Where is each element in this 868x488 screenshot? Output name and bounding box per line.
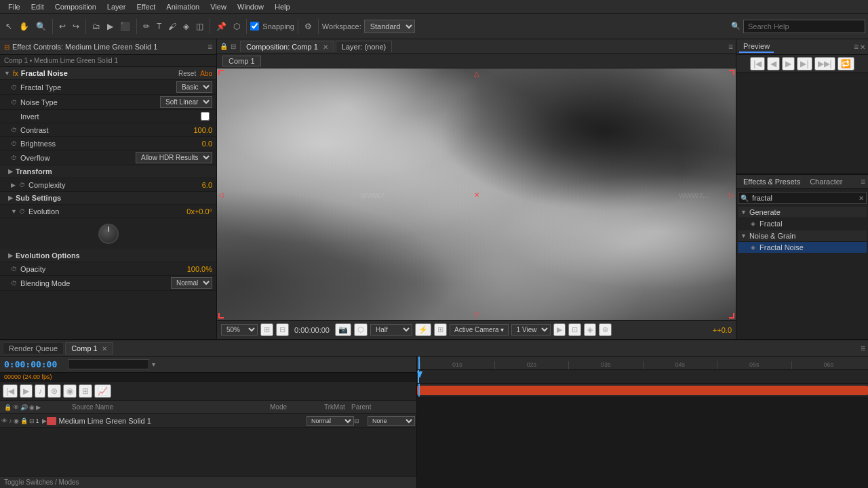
tl-prev-frame[interactable]: |◀ [3,384,18,398]
snapshot-btn[interactable]: 📷 [335,323,351,336]
noise-grain-category-header[interactable]: ▼ Noise & Grain [738,230,867,242]
comp1-timeline-tab[interactable]: Comp 1 ✕ [65,342,113,354]
character-tab[interactable]: Character [806,176,846,187]
undo-btn[interactable]: ↩ [56,20,68,33]
sub-settings-section[interactable]: ▶ Sub Settings [0,192,216,205]
menu-window[interactable]: Window [232,1,269,12]
grid-btn[interactable]: ⊞ [434,323,447,336]
play-btn[interactable]: ▶ [782,57,795,70]
panel-menu-icon[interactable]: ≡ [208,42,212,52]
tl-playhead[interactable] [418,357,420,369]
blending-mode-select[interactable]: Normal [171,277,212,289]
brightness-value[interactable]: 0.0 [202,140,212,148]
snapping-toggle[interactable]: Snapping [250,22,294,30]
panel-menu-comp[interactable]: ≡ [728,42,733,52]
last-frame-btn[interactable]: ▶▶| [814,57,835,70]
loop-btn[interactable]: 🔁 [837,57,854,70]
timeline-panel-menu[interactable]: ≡ [861,344,865,353]
comp1-tab[interactable]: Comp 1 [222,56,261,66]
prop-btn[interactable]: ⚙ [302,20,315,33]
toggle-switches-btn[interactable]: Toggle Switches / Modes [0,476,416,488]
tl-search-input[interactable] [68,359,149,369]
render-video-btn[interactable]: ▶ [553,323,566,336]
noise-type-select[interactable]: Soft Linear [160,96,212,108]
3d-btn[interactable]: ◈ [584,323,596,336]
layer-parent-select[interactable]: None [368,416,415,426]
menu-file[interactable]: File [3,1,26,12]
evolution-knob[interactable] [98,224,119,244]
pin-tool[interactable]: 📌 [214,20,229,33]
evolution-value[interactable]: 0x+0.0° [186,207,212,216]
composition-tab[interactable]: Composition: Comp 1 ✕ [240,41,334,52]
evolution-expand[interactable]: ▼ [11,208,16,215]
tl-play[interactable]: ▶ [20,384,33,398]
clone-tool[interactable]: ◈ [180,20,192,33]
layer-visibility-icon[interactable]: 👁 [1,418,7,424]
snapping-checkbox[interactable] [250,22,259,30]
stopwatch-contrast[interactable]: ⏱ [11,127,18,134]
layer-tab[interactable]: Layer: (none) [336,41,392,52]
stopwatch-evolution[interactable]: ⏱ [19,208,26,215]
safe-zones-btn[interactable]: ⊟ [276,323,289,336]
redo-btn[interactable]: ↪ [70,20,82,33]
render-btn[interactable]: ▶ [104,20,116,33]
project-btn[interactable]: 🗂 [90,20,103,33]
brush-tool[interactable]: 🖌 [165,20,179,33]
new-comp-btn[interactable]: ⬛ [117,20,133,33]
preview-panel-close[interactable]: ✕ [860,43,865,51]
preview-tab[interactable]: Preview [739,41,774,53]
fit-btn[interactable]: ⊞ [260,323,273,336]
tl-graph[interactable]: 📈 [94,384,111,398]
fractal-noise-item[interactable]: ◈ Fractal Noise [738,242,867,253]
stopwatch-brightness[interactable]: ⏱ [11,140,18,147]
opacity-value[interactable]: 100.0% [187,265,212,273]
pen-tool[interactable]: ✏ [140,20,153,33]
view-select[interactable]: 1 View [511,324,551,336]
zoom-tool[interactable]: 🔍 [33,20,49,33]
render-queue-tab[interactable]: Render Queue [3,342,64,354]
reset-btn[interactable]: Reset [178,70,196,77]
invert-checkbox[interactable] [201,112,210,121]
complexity-expand[interactable]: ▶ [11,182,16,188]
fractal-item[interactable]: ◈ Fractal [738,218,867,229]
next-frame-btn[interactable]: ▶| [797,57,812,70]
layer-mode-select[interactable]: Normal [307,416,354,426]
comp1-tab-close[interactable]: ✕ [102,345,107,352]
tl-search-btn[interactable]: ▾ [152,361,155,368]
shape-tool[interactable]: ⬡ [231,20,243,33]
workspace-select[interactable]: Standard [364,20,415,33]
menu-edit[interactable]: Edit [26,1,50,12]
generate-category-header[interactable]: ▼ Generate [738,207,867,218]
menu-effect[interactable]: Effect [131,1,161,12]
stopwatch-overflow[interactable]: ⏱ [11,155,18,161]
menu-layer[interactable]: Layer [102,1,132,12]
menu-composition[interactable]: Composition [50,1,102,12]
abo-btn[interactable]: Abo [200,70,212,77]
contrast-value[interactable]: 100.0 [193,126,212,134]
tl-solo[interactable]: ◉ [63,384,77,398]
stopwatch-opacity[interactable]: ⏱ [11,266,18,272]
stopwatch-noise-type[interactable]: ⏱ [11,99,18,106]
transform-section[interactable]: ▶ Transform [0,165,216,178]
tl-timecode[interactable]: 0:00:00:00 [4,359,57,369]
search-clear-btn[interactable]: ✕ [856,195,866,202]
layer-lock-icon[interactable]: 🔒 [20,418,28,424]
layer-audio-icon[interactable]: ♪ [9,418,12,424]
fractal-type-select[interactable]: Basic [176,81,212,93]
effects-search-input[interactable] [751,192,856,203]
menu-animation[interactable]: Animation [161,1,205,12]
stopwatch-complexity[interactable]: ⏱ [19,182,26,188]
menu-help[interactable]: Help [269,1,296,12]
tl-snapping[interactable]: ⊞ [79,384,92,398]
show-channel-btn[interactable]: ⬡ [354,323,368,336]
zoom-select[interactable]: 50% 25% 100% [221,324,258,336]
evolution-options-section[interactable]: ▶ Evolution Options [0,249,216,262]
layer-solo-icon[interactable]: ◉ [14,418,19,424]
stopwatch-fractal-type[interactable]: ⏱ [11,84,18,91]
menu-view[interactable]: View [205,1,232,12]
stopwatch-blending[interactable]: ⏱ [11,280,18,287]
layer-label-icon[interactable]: ⊟ [29,418,35,424]
select-tool[interactable]: ↖ [3,20,15,33]
comp-canvas[interactable]: ✕ ◁ ▷ △ ▽ www.r www.r... [217,68,736,320]
fractal-noise-header[interactable]: ▼ fx Fractal Noise Reset Abo [0,67,216,80]
